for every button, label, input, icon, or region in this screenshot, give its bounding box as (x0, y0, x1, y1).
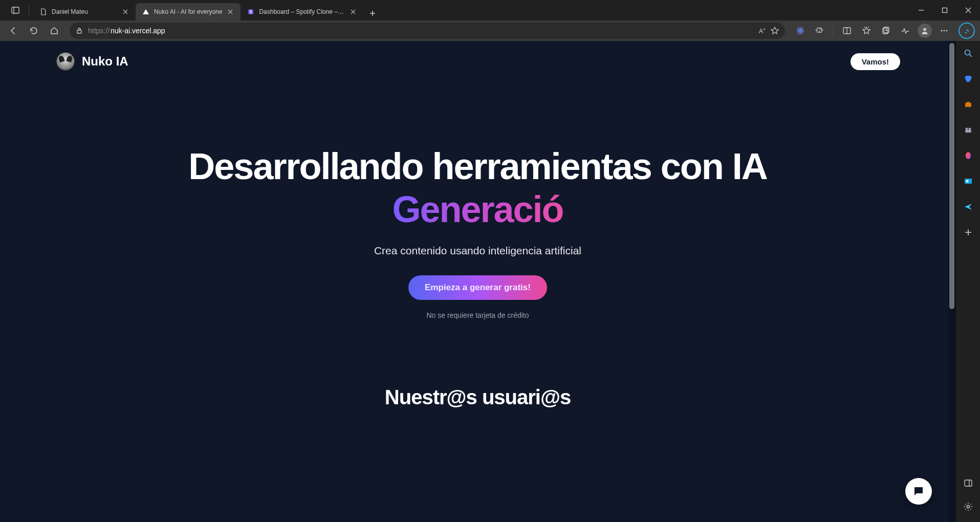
office-icon[interactable] (960, 147, 976, 164)
browser-chrome: Daniel Mateu Nuko AI - AI for everyone S (0, 0, 980, 41)
svg-rect-23 (965, 103, 971, 107)
logo[interactable]: Nuko IA (56, 52, 128, 71)
home-button[interactable] (45, 23, 63, 39)
window-controls (909, 0, 980, 20)
close-icon[interactable] (226, 8, 234, 16)
chat-icon (912, 485, 925, 497)
vercel-icon (142, 8, 150, 16)
toolbar-right (791, 23, 976, 39)
section-users-title: Nuestr@s usuari@s (0, 386, 955, 409)
tab-title: Nuko AI - AI for everyone (154, 8, 222, 15)
tab-nuko-ai[interactable]: Nuko AI - AI for everyone (136, 3, 241, 20)
svg-point-29 (966, 180, 968, 183)
chat-fab[interactable] (905, 478, 932, 505)
vertical-scrollbar[interactable] (948, 41, 955, 522)
svg-point-7 (800, 30, 801, 32)
settings-icon[interactable] (960, 498, 976, 515)
react-devtools-icon[interactable] (791, 23, 810, 39)
hero-title: Desarrollando herramientas con IA (20, 147, 935, 186)
games-icon[interactable] (960, 122, 976, 138)
favorite-icon[interactable] (771, 27, 779, 35)
svg-point-26 (968, 128, 971, 130)
svg-rect-0 (12, 7, 19, 13)
brand-text: Nuko IA (82, 54, 128, 69)
tab-title: Dashboard – Spotify Clone – [Pr… (259, 8, 345, 15)
supabase-icon: S (247, 8, 255, 16)
svg-line-22 (969, 55, 972, 57)
reader-icon[interactable]: A» (759, 27, 766, 35)
bing-chat-icon[interactable] (957, 23, 976, 39)
split-screen-icon[interactable] (838, 23, 856, 39)
minimize-button[interactable] (909, 0, 933, 20)
profile-icon[interactable] (916, 23, 934, 39)
svg-rect-6 (77, 30, 81, 33)
tab-spotify-dashboard[interactable]: S Dashboard – Spotify Clone – [Pr… (241, 3, 363, 20)
svg-rect-27 (965, 130, 971, 133)
address-bar[interactable]: https://nuk-ai.vercel.app A» (70, 23, 785, 39)
svg-point-32 (967, 506, 969, 508)
outlook-icon[interactable] (960, 173, 976, 189)
url-text: https://nuk-ai.vercel.app (88, 27, 754, 35)
titlebar-left (0, 2, 29, 18)
svg-point-25 (965, 128, 968, 130)
scrollbar-thumb[interactable] (949, 43, 954, 309)
svg-point-18 (941, 30, 943, 32)
hero-subtitle: Crea contenido usando inteligencia artif… (20, 245, 935, 257)
hero-cta-button[interactable]: Empieza a generar gratis! (408, 275, 547, 300)
svg-rect-5 (943, 8, 947, 13)
new-tab-button[interactable] (365, 6, 380, 20)
tools-icon[interactable] (960, 96, 976, 113)
svg-point-20 (946, 30, 948, 32)
add-icon[interactable] (960, 224, 976, 241)
maximize-button[interactable] (933, 0, 956, 20)
svg-point-17 (923, 28, 926, 31)
hero: Desarrollando herramientas con IA Genera… (0, 147, 955, 319)
hero-gradient-text: Generació (392, 188, 563, 230)
svg-rect-30 (965, 480, 972, 486)
close-icon[interactable] (121, 8, 129, 16)
separator (833, 26, 834, 36)
search-icon[interactable] (960, 45, 976, 61)
lock-icon (76, 27, 83, 34)
tabs: Daniel Mateu Nuko AI - AI for everyone S (33, 0, 380, 20)
favorites-icon[interactable] (857, 23, 876, 39)
page-viewport: Nuko IA Vamos! Desarrollando herramienta… (0, 41, 955, 522)
hero-note: No se requiere tarjeta de crédito (20, 311, 935, 319)
file-icon (39, 8, 48, 16)
titlebar: Daniel Mateu Nuko AI - AI for everyone S (0, 0, 980, 20)
close-window-button[interactable] (956, 0, 980, 20)
svg-point-19 (944, 30, 945, 32)
close-icon[interactable] (349, 8, 357, 16)
refresh-button[interactable] (25, 23, 43, 39)
tab-daniel-mateu[interactable]: Daniel Mateu (33, 3, 136, 20)
shopping-icon[interactable] (960, 71, 976, 87)
svg-text:S: S (249, 9, 252, 14)
logo-icon (56, 52, 75, 71)
performance-icon[interactable] (896, 23, 914, 39)
collapse-sidebar-icon[interactable] (960, 475, 976, 491)
back-button[interactable] (4, 23, 23, 39)
tab-title: Daniel Mateu (52, 8, 117, 15)
more-icon[interactable] (935, 23, 953, 39)
toolbar: https://nuk-ai.vercel.app A» (0, 20, 980, 41)
header-cta-button[interactable]: Vamos! (851, 53, 900, 70)
extensions-icon[interactable] (811, 23, 829, 39)
tab-actions-icon[interactable] (6, 2, 25, 18)
send-icon[interactable] (960, 199, 976, 215)
site-header: Nuko IA Vamos! (0, 41, 955, 71)
collections-icon[interactable] (877, 23, 895, 39)
edge-sidebar (955, 41, 980, 522)
svg-point-21 (965, 50, 970, 55)
svg-rect-24 (967, 102, 970, 103)
